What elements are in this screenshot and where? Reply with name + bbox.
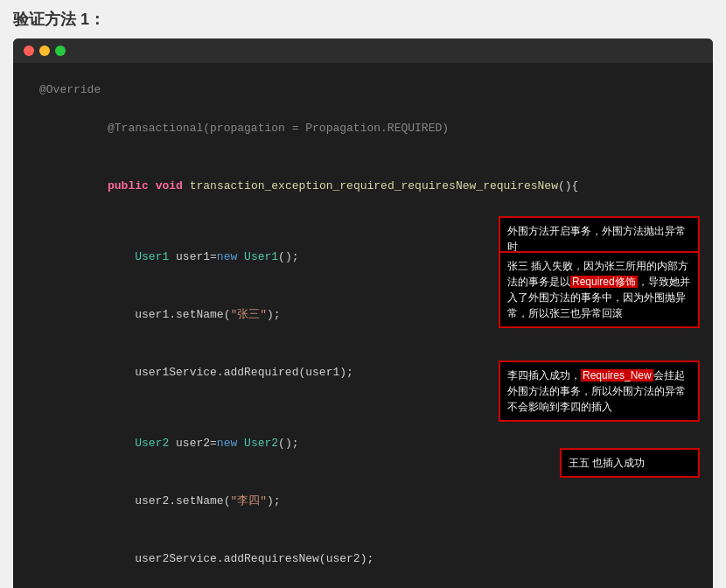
annotation-3: 李四插入成功，Requires_New会挂起外围方法的事务，所以外围方法的异常不… <box>499 360 700 422</box>
red-dot-button[interactable] <box>24 46 34 56</box>
code-line5: user2.setName("李四"); <box>39 472 687 530</box>
code-method-sig: public void transaction_exception_requir… <box>39 158 687 215</box>
code-line6: user2Service.addRequiresNew(user2); <box>39 530 687 588</box>
code-area: @Override @Transactional(propagation = P… <box>13 63 713 588</box>
code-content: @Override @Transactional(propagation = P… <box>39 80 687 588</box>
page-title: 验证方法 1： <box>13 9 713 30</box>
code-transactional: @Transactional(propagation = Propagation… <box>39 100 687 158</box>
annotation-4: 王五 也插入成功 <box>560 448 700 478</box>
code-window: @Override @Transactional(propagation = P… <box>13 38 713 588</box>
yellow-dot-button[interactable] <box>39 46 50 56</box>
page-wrapper: 验证方法 1： @Override @Transactional(propaga… <box>0 0 726 588</box>
code-override: @Override <box>39 80 687 100</box>
annotation-2: 张三 插入失败，因为张三所用的内部方法的事务是以Required修饰，导致她并入… <box>499 251 700 328</box>
green-dot-button[interactable] <box>55 46 66 56</box>
titlebar <box>13 38 713 63</box>
